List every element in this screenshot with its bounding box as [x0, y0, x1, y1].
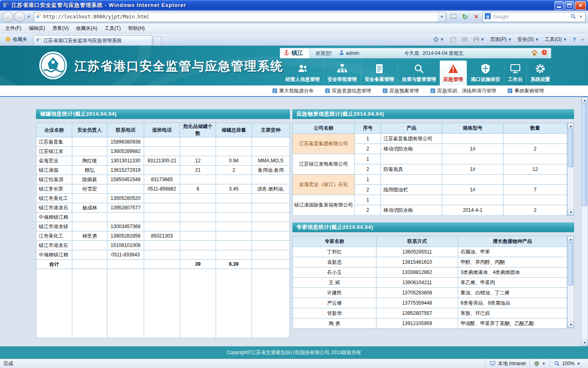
scroll-down-button[interactable]	[581, 340, 588, 346]
page-scrollbar[interactable]	[581, 97, 588, 346]
search-dropdown-icon[interactable]: ▼	[578, 15, 584, 19]
history-dropdown-icon[interactable]: ▼	[26, 15, 31, 19]
search-icon	[413, 63, 425, 74]
scrollbar-thumb[interactable]	[568, 130, 573, 167]
scroll-up-button[interactable]	[568, 236, 574, 242]
experts-scrollbar[interactable]	[567, 236, 574, 328]
url-dropdown-icon[interactable]: ▼	[438, 12, 445, 22]
down-arrow-icon	[570, 211, 572, 213]
cell	[381, 175, 442, 185]
tab-title: 江苏省港口安全监管与应急管理系统	[43, 37, 149, 44]
cell	[144, 250, 180, 260]
zoom-text: 100%	[562, 361, 575, 366]
supplies-row: 金海宏业（镇江）石化1	[293, 175, 567, 185]
printer-icon	[473, 36, 479, 43]
nav-item-warning[interactable]: 应急管理	[440, 61, 467, 85]
supplies-scrollbar[interactable]	[567, 123, 574, 216]
form-icon	[508, 88, 512, 93]
cell	[144, 241, 180, 250]
scroll-down-button[interactable]	[568, 322, 574, 328]
read-mail-button[interactable]	[459, 35, 470, 45]
cell: MMA,MO,S	[252, 156, 290, 166]
close-button[interactable]: ×	[575, 1, 586, 10]
submenu-item-label: 应急预案管理	[390, 88, 419, 94]
tab-favicon-icon: e	[36, 37, 41, 44]
zoom-dropdown-icon: ▼	[577, 361, 581, 366]
browser-menu-item[interactable]: 文件(F)	[2, 24, 25, 33]
column-header: 数量	[503, 123, 567, 134]
scroll-up-button[interactable]	[568, 123, 574, 129]
zone-indicator: 本地 Intranet	[485, 359, 530, 368]
gear-icon	[535, 63, 546, 74]
compatibility-view-button[interactable]	[448, 12, 459, 22]
cell	[72, 260, 107, 269]
scrollbar-thumb[interactable]	[582, 104, 587, 206]
home-button[interactable]: ▼	[430, 35, 447, 45]
stop-button[interactable]: ×	[471, 12, 481, 22]
tools-menu-button[interactable]: 工具(O) ▼	[542, 35, 569, 45]
nav-item-monitor[interactable]: 工作台	[504, 61, 526, 85]
submenu-item[interactable]: 重大危险源分布	[272, 88, 314, 94]
page-menu-button[interactable]: 页面(P) ▼	[488, 35, 514, 45]
nav-item-org[interactable]: 安全审批管理	[323, 61, 361, 85]
city-selector[interactable]: 镇江	[280, 48, 310, 58]
column-header: 联系电话	[107, 123, 144, 137]
refresh-button[interactable]: ↻	[460, 12, 470, 22]
forward-button[interactable]: →	[14, 11, 25, 22]
minimize-button[interactable]	[555, 1, 564, 10]
browser-tab[interactable]: e 江苏省港口安全监管与应急管理系统	[33, 35, 152, 45]
nav-item-people[interactable]: 经营人信息管理	[282, 61, 323, 85]
browser-menu-item[interactable]: 工具(T)	[101, 24, 124, 33]
browser-menu-item[interactable]: 查看(V)	[49, 24, 72, 33]
feeds-button[interactable]	[448, 35, 458, 45]
nav-item-label: 港口设施保安	[471, 76, 500, 83]
favorites-button[interactable]: 收藏夹	[2, 35, 31, 45]
help-button[interactable]: ?	[570, 35, 578, 45]
cell	[107, 260, 144, 269]
tank-row: 江苏索普集15896380938	[36, 137, 290, 147]
column-header: 危化品储罐个数	[180, 123, 216, 137]
nav-item-doc[interactable]: 安全备案管理	[361, 61, 398, 85]
cell: 镇江港国	[36, 166, 72, 175]
cell	[381, 195, 442, 205]
protected-mode-indicator[interactable]: ▼	[530, 359, 550, 368]
cell: 管新华	[293, 308, 376, 319]
cell	[72, 241, 107, 250]
submenu-item[interactable]: 应急资源信息管理	[325, 88, 371, 94]
nav-item-shield[interactable]: 港口设施保安	[467, 61, 504, 85]
submenu-item[interactable]: 应急培训、演练和演习管理	[430, 88, 496, 94]
scrollbar-track[interactable]	[581, 104, 588, 339]
search-magnifier-icon[interactable]	[570, 13, 576, 20]
cell	[144, 213, 180, 222]
cell: 苯胺、环己烷	[458, 308, 567, 319]
cell	[180, 147, 216, 156]
safety-menu-button[interactable]: 安全(S) ▼	[515, 35, 541, 45]
address-input[interactable]: e http://localhost:8080/yjpt/Main.html ▼	[34, 12, 446, 22]
scrollbar-track[interactable]	[568, 243, 574, 321]
cell	[252, 175, 290, 184]
cell	[216, 213, 252, 222]
browser-menu-item[interactable]: 编辑(E)	[25, 24, 49, 33]
nav-item-search[interactable]: 自查与督查管理	[398, 61, 440, 85]
browser-menu-item[interactable]: 帮助(H)	[125, 24, 149, 33]
expert-row: 丁邦红13605285511石脑油、甲苯	[293, 247, 567, 257]
print-button[interactable]: ▼	[471, 35, 487, 45]
toolbar-overflow-icon[interactable]: »	[579, 35, 586, 45]
new-tab-button[interactable]	[153, 36, 161, 45]
maximize-button[interactable]	[565, 1, 574, 10]
browser-menu-item[interactable]: 收藏夹(A)	[72, 24, 101, 33]
home-page-icon[interactable]	[531, 49, 538, 57]
search-input[interactable]: g Google ▼	[483, 12, 586, 22]
back-button[interactable]: ←	[2, 11, 13, 22]
tank-row: 镇江港国顾弘13615272919212食用油,食用	[36, 166, 290, 175]
scrollbar-thumb[interactable]	[568, 243, 573, 285]
minimize-icon	[557, 7, 561, 8]
nav-item-gear[interactable]: 系统设置	[526, 61, 554, 85]
zoom-control[interactable]: 100% ▼	[550, 359, 585, 368]
scroll-down-button[interactable]	[568, 209, 574, 215]
submenu-item[interactable]: 应急预案管理	[383, 88, 419, 94]
scroll-up-button[interactable]	[581, 97, 588, 103]
scrollbar-track[interactable]	[568, 130, 574, 209]
logout-icon[interactable]	[541, 49, 548, 57]
submenu-item[interactable]: 事故案例管理	[508, 88, 544, 94]
